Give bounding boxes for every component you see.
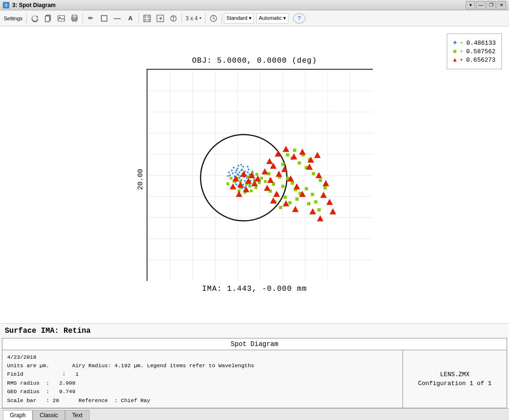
svg-marker-154	[263, 185, 270, 191]
svg-marker-174	[326, 199, 333, 205]
settings-label: Settings	[4, 16, 23, 21]
info-line-2: Units are µm. Airy Radius: 4.192 µm. Leg…	[7, 362, 398, 370]
close-btn[interactable]: ✕	[497, 1, 506, 9]
legend-box-3: ▪	[460, 57, 463, 64]
info-table: Spot Diagram 4/23/2018 Units are µm. Air…	[2, 338, 507, 408]
copy-btn[interactable]	[42, 12, 54, 25]
info-area: Surface IMA: Retina Spot Diagram 4/23/20…	[0, 323, 509, 408]
plot-area-wrapper: 20.00	[137, 69, 373, 281]
svg-marker-147	[236, 191, 242, 197]
separator-5	[205, 13, 205, 24]
export-icon	[156, 15, 164, 22]
automatic-label: Automatic ▾	[259, 15, 286, 21]
svg-marker-160	[282, 200, 289, 206]
legend-symbol-2: ■	[453, 48, 457, 55]
svg-rect-128	[317, 208, 320, 212]
minimize-btn[interactable]: —	[476, 1, 485, 9]
svg-rect-139	[323, 186, 327, 189]
svg-rect-107	[263, 180, 266, 183]
dropdown-btn[interactable]: ▾	[466, 1, 475, 9]
svg-text:+: +	[240, 163, 242, 167]
svg-marker-169	[314, 152, 320, 158]
clock-btn[interactable]	[207, 12, 220, 25]
line-btn[interactable]: —	[111, 12, 123, 25]
svg-line-19	[213, 18, 215, 19]
svg-rect-131	[297, 161, 301, 165]
svg-rect-127	[314, 200, 317, 204]
zoom-fit-btn[interactable]	[141, 12, 153, 25]
refresh-btn[interactable]	[29, 12, 41, 25]
svg-rect-137	[319, 179, 322, 182]
print-btn[interactable]	[68, 12, 81, 25]
settings-btn[interactable]: Settings	[2, 12, 25, 25]
help-btn[interactable]: ?	[293, 13, 305, 24]
svg-marker-164	[274, 150, 281, 156]
svg-marker-165	[282, 146, 289, 152]
info-left: 4/23/2018 Units are µm. Airy Radius: 4.1…	[2, 350, 403, 408]
text-btn[interactable]: A	[124, 12, 137, 25]
window-title: 3: Spot Diagram	[12, 2, 56, 8]
info-table-header: Spot Diagram	[2, 338, 507, 350]
legend-box-1: ▪	[460, 40, 464, 47]
restore-btn[interactable]: ❐	[486, 1, 496, 9]
svg-rect-132	[286, 153, 289, 156]
svg-rect-135	[312, 172, 315, 175]
grid-size-label: 3 x 4 •	[184, 12, 204, 25]
separator-4	[181, 13, 182, 24]
svg-rect-8	[144, 15, 150, 22]
legend-symbol-1: +	[453, 39, 457, 47]
svg-marker-175	[309, 208, 316, 214]
info-line-6: Scale bar : 20 Reference : Chief Ray	[7, 396, 398, 405]
svg-rect-123	[295, 198, 298, 201]
svg-marker-156	[273, 191, 279, 197]
save-image-btn[interactable]	[55, 12, 67, 25]
svg-rect-129	[281, 163, 284, 166]
automatic-dropdown[interactable]: Automatic ▾	[256, 13, 288, 24]
tab-classic[interactable]: Classic	[33, 410, 65, 420]
svg-marker-171	[315, 172, 322, 178]
svg-marker-155	[281, 166, 287, 172]
tab-graph[interactable]: Graph	[3, 410, 33, 420]
svg-text:+: +	[227, 174, 229, 179]
svg-rect-101	[250, 189, 253, 192]
svg-marker-176	[317, 215, 323, 221]
legend-item-3: ▲ ▪ 0.656273	[453, 57, 496, 64]
svg-rect-134	[293, 148, 296, 152]
info-line-4: RMS radius : 2.998	[7, 379, 398, 387]
rect-icon	[101, 15, 107, 22]
rect-btn[interactable]	[98, 12, 110, 25]
print-icon	[71, 15, 78, 22]
info-right: LENS.ZMX Configuration 1 of 1	[403, 350, 507, 408]
separator-1	[26, 13, 27, 24]
image-icon	[57, 15, 65, 22]
svg-rect-126	[307, 202, 310, 206]
tab-bar: Graph Classic Text	[0, 408, 509, 420]
svg-rect-103	[260, 177, 263, 180]
info-config: Configuration 1 of 1	[418, 380, 492, 387]
svg-marker-153	[275, 171, 282, 177]
info-line-5: GEO radius : 9.749	[7, 387, 398, 396]
svg-marker-163	[266, 158, 272, 164]
svg-marker-150	[261, 168, 268, 174]
wavelength-btn[interactable]	[167, 12, 180, 25]
svg-rect-116	[290, 181, 294, 185]
svg-rect-108	[226, 182, 229, 185]
svg-rect-98	[255, 173, 258, 176]
svg-rect-117	[283, 196, 287, 199]
svg-marker-159	[293, 183, 300, 189]
tab-text[interactable]: Text	[65, 410, 90, 420]
export-btn[interactable]	[154, 12, 166, 25]
wavelength-icon	[170, 15, 177, 22]
info-line-1: 4/23/2018	[7, 353, 398, 362]
legend-value-2: 0.587562	[466, 48, 495, 55]
title-bar-controls[interactable]: ▾ — ❐ ✕	[466, 1, 506, 9]
svg-rect-113	[281, 185, 284, 188]
y-axis-label: 20.00	[137, 159, 145, 190]
svg-rect-121	[288, 201, 291, 205]
pencil-btn[interactable]: ✏	[85, 12, 97, 25]
legend-value-3: 0.656273	[466, 57, 495, 64]
standard-dropdown[interactable]: Standard ▾	[224, 13, 254, 24]
svg-text:+: +	[235, 182, 238, 187]
standard-label: Standard ▾	[226, 15, 252, 21]
ima-label: IMA: 1.443, -0.000 mm	[202, 285, 307, 293]
